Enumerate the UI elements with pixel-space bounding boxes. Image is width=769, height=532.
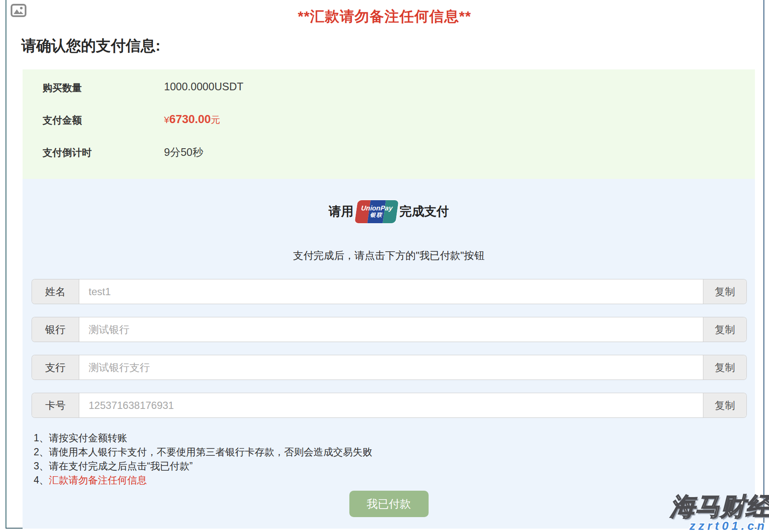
unionpay-logo-icon: UnionPay 银联 <box>354 200 399 223</box>
bank-fields-group: 姓名 复制 银行 复制 支行 复制 卡号 复制 <box>32 279 746 417</box>
watermark-brand: 海马财经 <box>670 494 769 519</box>
field-row-name: 姓名 复制 <box>32 279 746 304</box>
pay-with-unionpay-line: 请用 UnionPay 银联 完成支付 <box>23 200 755 223</box>
instruction-4: 4、汇款请勿备注任何信息 <box>34 473 746 487</box>
copy-bank-button[interactable]: 复制 <box>703 317 746 342</box>
unionpay-logo-text: UnionPay 银联 <box>355 200 398 223</box>
confirm-payment-heading: 请确认您的支付信息: <box>21 36 161 56</box>
instruction-1-number: 1、 <box>34 432 49 443</box>
branch-field-label: 支行 <box>32 355 79 380</box>
instruction-2: 2、请使用本人银行卡支付，不要使用第三者银行卡存款，否则会造成交易失败 <box>34 445 746 459</box>
summary-row-amount: 支付金额 ¥6730.00元 <box>43 113 755 145</box>
countdown-value: 9分50秒 <box>164 145 203 159</box>
unionpay-name-en: UnionPay <box>356 204 397 212</box>
copy-branch-button[interactable]: 复制 <box>703 355 746 380</box>
copy-name-button[interactable]: 复制 <box>703 279 746 304</box>
card-number-input[interactable] <box>79 393 703 417</box>
pay-with-suffix: 完成支付 <box>400 203 449 220</box>
after-payment-note: 支付完成后，请点击下方的"我已付款"按钮 <box>23 249 755 262</box>
amount-label: 支付金额 <box>43 113 164 127</box>
quantity-value: 1000.0000USDT <box>164 81 243 93</box>
bank-field-label: 银行 <box>32 317 79 342</box>
instruction-2-text: 请使用本人银行卡支付，不要使用第三者银行卡存款，否则会造成交易失败 <box>49 446 372 457</box>
payment-detail-panel: 请用 UnionPay 银联 完成支付 支付完成后，请点击下方的"我已付款"按钮… <box>23 179 755 529</box>
summary-row-quantity: 购买数量 1000.0000USDT <box>43 81 755 113</box>
instruction-1-text: 请按实付金额转账 <box>49 432 127 443</box>
name-field-label: 姓名 <box>32 279 79 304</box>
instruction-4-text: 汇款请勿备注任何信息 <box>49 474 147 486</box>
payment-summary-panel: 购买数量 1000.0000USDT 支付金额 ¥6730.00元 支付倒计时 … <box>23 69 755 179</box>
watermark-site: zzrt01.cn <box>670 520 767 532</box>
field-row-bank: 银行 复制 <box>32 317 746 342</box>
unionpay-name-cn: 银联 <box>355 212 397 218</box>
summary-row-countdown: 支付倒计时 9分50秒 <box>43 145 755 178</box>
name-input[interactable] <box>79 279 703 304</box>
instruction-3: 3、请在支付完成之后点击“我已付款” <box>34 459 746 473</box>
amount-value: ¥6730.00元 <box>164 113 220 127</box>
branch-input[interactable] <box>79 355 703 380</box>
remittance-warning-title: **汇款请勿备注任何信息** <box>0 7 769 26</box>
field-row-card-number: 卡号 复制 <box>32 393 746 417</box>
instruction-2-number: 2、 <box>34 446 49 457</box>
instruction-3-number: 3、 <box>34 460 49 472</box>
copy-card-number-button[interactable]: 复制 <box>703 393 746 417</box>
instruction-1: 1、请按实付金额转账 <box>34 431 746 445</box>
field-row-branch: 支行 复制 <box>32 355 746 380</box>
i-have-paid-button[interactable]: 我已付款 <box>349 491 429 517</box>
yuan-suffix: 元 <box>211 115 220 125</box>
card-number-field-label: 卡号 <box>32 393 79 417</box>
quantity-label: 购买数量 <box>43 81 164 95</box>
amount-number: 6730.00 <box>169 113 211 126</box>
bank-input[interactable] <box>79 317 703 342</box>
instruction-4-number: 4、 <box>34 474 49 486</box>
payment-instructions-list: 1、请按实付金额转账 2、请使用本人银行卡支付，不要使用第三者银行卡存款，否则会… <box>34 431 746 487</box>
instruction-3-text: 请在支付完成之后点击“我已付款” <box>49 460 193 472</box>
currency-symbol: ¥ <box>164 115 169 125</box>
watermark: 海马财经 zzrt01.cn <box>670 494 769 532</box>
pay-with-prefix: 请用 <box>329 203 354 220</box>
countdown-label: 支付倒计时 <box>43 145 164 159</box>
